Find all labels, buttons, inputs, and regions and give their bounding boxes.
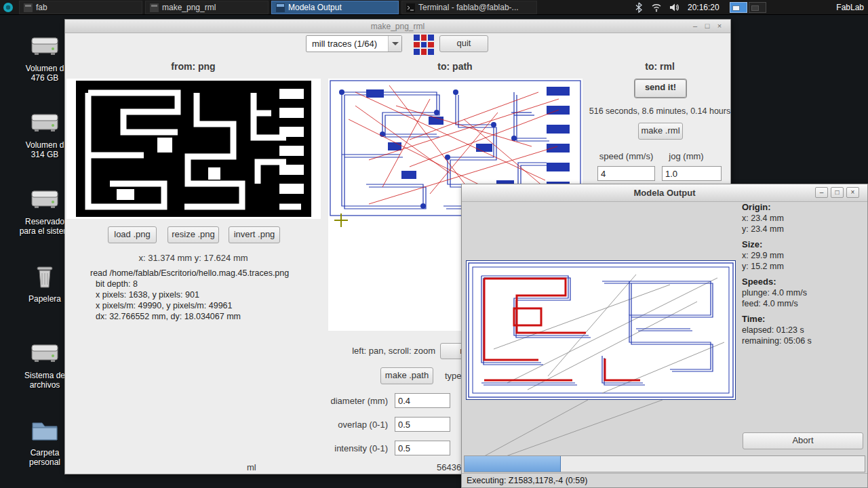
make-path-button[interactable]: make .path bbox=[380, 367, 433, 384]
png-info-line: bit depth: 8 bbox=[96, 279, 138, 289]
wifi-icon[interactable] bbox=[651, 2, 662, 13]
desktop: Volumen d476 GB Volumen d314 GB Reservad… bbox=[0, 0, 868, 488]
png-traces-image bbox=[76, 81, 311, 217]
jog-input[interactable] bbox=[662, 166, 722, 181]
minimize-icon[interactable]: – bbox=[815, 187, 828, 198]
feed-speed: feed: 4.0 mm/s bbox=[742, 298, 864, 309]
modela-output-window: Modela Output – □ × bbox=[461, 184, 868, 488]
progress-bar bbox=[464, 455, 865, 472]
clock[interactable]: 20:16:20 bbox=[688, 3, 719, 12]
overlap-input[interactable] bbox=[395, 417, 450, 432]
send-it-button[interactable]: send it! bbox=[635, 79, 686, 98]
host-label: FabLab bbox=[836, 3, 864, 12]
resize-png-button[interactable]: resize .png bbox=[167, 226, 219, 243]
origin-x: x: 23.4 mm bbox=[742, 213, 864, 224]
abort-button[interactable]: Abort bbox=[743, 432, 863, 449]
terminal-icon bbox=[406, 3, 415, 12]
intensity-input[interactable] bbox=[395, 441, 450, 455]
size-x: x: 29.9 mm bbox=[742, 250, 864, 261]
modela-toolpath-canvas bbox=[466, 260, 736, 400]
maximize-icon[interactable]: □ bbox=[702, 21, 713, 32]
taskbar-item-terminal[interactable]: Terminal - fablab@fablab-... bbox=[401, 1, 537, 14]
top-panel: fab make_png_rml Modela Output Terminal … bbox=[0, 0, 868, 15]
quit-button[interactable]: quit bbox=[439, 35, 488, 52]
origin-header: Origin: bbox=[742, 202, 864, 213]
to-path-header: to: path bbox=[408, 61, 502, 72]
time-estimate: 516 seconds, 8.6 minutes, 0.14 hours bbox=[587, 106, 732, 116]
fab-window-titlebar[interactable]: make_png_rml – □ × bbox=[65, 20, 730, 33]
size-header: Size: bbox=[742, 239, 864, 250]
modela-title: Modela Output bbox=[462, 184, 867, 202]
workspace-2-thumbnail[interactable] bbox=[749, 2, 766, 13]
taskbar-item-fab[interactable]: fab bbox=[19, 1, 142, 14]
to-rml-header: to: rml bbox=[612, 61, 707, 72]
drive-icon bbox=[28, 186, 61, 213]
job-info-panel: Origin: x: 23.4 mm y: 23.4 mm Size: x: 2… bbox=[742, 202, 864, 351]
overlap-label: overlap (0-1) bbox=[309, 420, 388, 430]
maximize-icon[interactable]: □ bbox=[831, 187, 844, 198]
make-rml-button[interactable]: make .rml bbox=[638, 123, 683, 140]
workspace-1-thumbnail[interactable] bbox=[730, 2, 747, 13]
pan-zoom-hint: left: pan, scroll: zoom bbox=[328, 346, 435, 356]
jog-label: jog (mm) bbox=[659, 151, 713, 161]
speeds-header: Speeds: bbox=[742, 277, 864, 287]
modela-status-text: Executing: Z1583,1178,-4 (0:59) bbox=[462, 473, 867, 487]
close-icon[interactable]: × bbox=[846, 187, 859, 198]
drive-icon bbox=[28, 33, 61, 60]
diameter-input[interactable] bbox=[395, 393, 450, 408]
window-icon bbox=[24, 3, 33, 12]
drive-icon bbox=[28, 340, 61, 367]
png-info-line: x pixels/m: 49990, y pixels/m: 49961 bbox=[96, 301, 233, 310]
close-icon[interactable]: × bbox=[714, 21, 725, 32]
time-header: Time: bbox=[742, 314, 864, 325]
folder-icon bbox=[28, 417, 61, 444]
size-y: y: 15.2 mm bbox=[742, 261, 864, 272]
load-png-button[interactable]: load .png bbox=[108, 226, 157, 243]
process-select[interactable]: mill traces (1/64) bbox=[306, 35, 402, 52]
chevron-down-icon bbox=[388, 36, 401, 52]
diameter-label: diameter (mm) bbox=[309, 396, 388, 406]
bluetooth-icon[interactable] bbox=[633, 2, 644, 13]
remaining-time: remaining: 05:06 s bbox=[742, 336, 864, 346]
progress-fill bbox=[465, 456, 561, 472]
png-info-line: dx: 32.766552 mm, dy: 18.034067 mm bbox=[96, 312, 241, 321]
speed-input[interactable] bbox=[597, 166, 655, 181]
png-info-line: x pixels: 1638, y pixels: 901 bbox=[96, 290, 199, 300]
drive-icon bbox=[28, 109, 61, 136]
png-size-readout: x: 31.374 mm y: 17.624 mm bbox=[125, 253, 261, 263]
fab-window-title: make_png_rml bbox=[65, 20, 730, 33]
taskbar-item-modela-output[interactable]: Modela Output bbox=[271, 1, 399, 14]
window-icon bbox=[276, 3, 285, 12]
elapsed-time: elapsed: 01:23 s bbox=[742, 325, 864, 336]
process-select-value: mill traces (1/64) bbox=[312, 39, 377, 49]
plunge-speed: plunge: 4.0 mm/s bbox=[742, 287, 864, 298]
modela-toolpath-image bbox=[467, 261, 735, 399]
trash-icon bbox=[28, 263, 61, 290]
from-png-header: from: png bbox=[146, 61, 241, 72]
origin-marker-icon bbox=[334, 213, 349, 228]
applications-menu-icon[interactable] bbox=[3, 2, 14, 13]
window-icon bbox=[150, 3, 159, 12]
png-info-line: read /home/fablab/Escritorio/hello.mag.4… bbox=[90, 268, 289, 278]
bottom-filename-fragment: ml bbox=[247, 462, 274, 472]
speed-label: speed (mm/s) bbox=[594, 151, 658, 161]
taskbar-item-make-png-rml[interactable]: make_png_rml bbox=[145, 1, 269, 14]
modela-titlebar[interactable]: Modela Output – □ × bbox=[462, 184, 867, 202]
origin-y: y: 23.4 mm bbox=[742, 224, 864, 235]
volume-icon[interactable] bbox=[669, 2, 679, 13]
png-preview-canvas[interactable] bbox=[66, 79, 321, 219]
intensity-label: intensity (0-1) bbox=[309, 443, 388, 453]
fab-logo-icon bbox=[414, 35, 434, 55]
invert-png-button[interactable]: invert .png bbox=[229, 226, 280, 243]
minimize-icon[interactable]: – bbox=[690, 21, 701, 32]
